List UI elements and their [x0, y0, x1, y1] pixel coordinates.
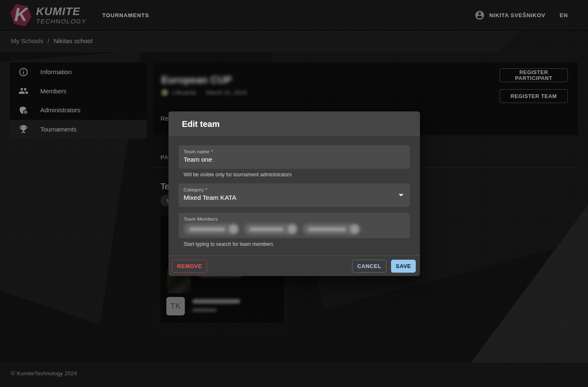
chip-remove-icon[interactable]	[288, 224, 297, 234]
chevron-down-icon	[399, 194, 404, 196]
redacted-chip-name	[308, 227, 346, 231]
modal-footer: REMOVE CANCEL SAVE	[168, 255, 420, 276]
modal-body: Team name * Team one Will be visible onl…	[168, 137, 420, 247]
team-name-value: Team one	[184, 156, 405, 163]
team-members-field[interactable]: Team Members	[179, 213, 410, 238]
page: K KUMITE TECHNOLOGY TOURNAMENTS NIKITA S…	[0, 0, 588, 387]
team-member-chips	[184, 223, 405, 235]
cancel-button[interactable]: CANCEL	[352, 260, 386, 273]
team-name-field[interactable]: Team name * Team one	[179, 145, 410, 169]
chip-remove-icon[interactable]	[350, 224, 359, 234]
member-chip-redacted[interactable]	[303, 223, 360, 235]
team-name-helper: Will be visible only for tournament admi…	[184, 172, 410, 178]
edit-team-modal: Edit team Team name * Team one Will be v…	[168, 111, 420, 276]
team-name-label: Team name *	[184, 149, 405, 154]
redacted-chip-name	[189, 227, 225, 231]
modal-header: Edit team	[168, 111, 420, 137]
category-label: Category *	[184, 187, 405, 192]
save-button[interactable]: SAVE	[391, 260, 416, 273]
remove-button[interactable]: REMOVE	[172, 260, 207, 273]
category-select[interactable]: Category * Mixed Team KATA	[179, 183, 410, 207]
redacted-chip-name	[249, 227, 284, 231]
member-chip-redacted[interactable]	[184, 223, 239, 235]
team-members-helper: Start typing to search for team members	[184, 241, 410, 247]
team-members-label: Team Members	[184, 217, 405, 222]
member-chip-redacted[interactable]	[244, 223, 298, 235]
modal-title: Edit team	[182, 119, 220, 129]
category-value: Mixed Team KATA	[184, 194, 405, 201]
chip-remove-icon[interactable]	[229, 224, 238, 234]
